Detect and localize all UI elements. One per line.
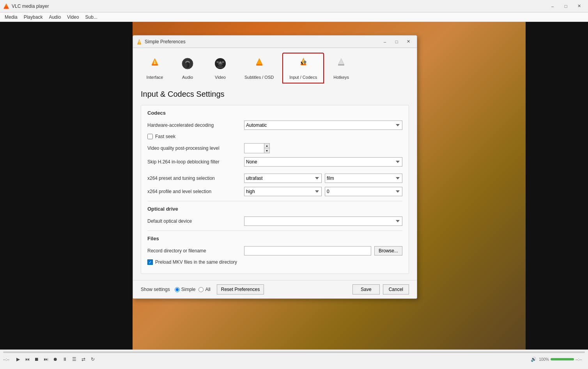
subtitles-icon <box>252 57 266 73</box>
vlc-volume-bar[interactable] <box>551 358 574 360</box>
tab-input-codecs[interactable]: Input / Codecs <box>282 53 324 83</box>
vlc-shuffle-button[interactable]: ⇄ <box>80 355 87 363</box>
audio-icon <box>181 57 195 73</box>
optical-device-select[interactable] <box>244 216 402 226</box>
x264-profile-label: x264 profile and level selection <box>147 189 241 194</box>
vlc-frame-button[interactable]: ⏸ <box>61 355 69 363</box>
vlc-stop-button[interactable]: ⏹ <box>33 355 41 363</box>
vlc-next-button[interactable]: ⏭ <box>42 355 50 363</box>
vlc-playlist-button[interactable]: ☰ <box>70 355 78 363</box>
video-quality-spinner[interactable]: 6 ▲ ▼ <box>244 143 270 153</box>
vlc-cone-icon <box>4 4 9 9</box>
vlc-loop-button[interactable]: ↻ <box>89 355 97 363</box>
dialog-maximize-button[interactable]: □ <box>391 38 402 46</box>
dialog-titlebar: Simple Preferences – □ ✕ <box>133 35 417 48</box>
video-quality-label: Video quality post-processing level <box>147 145 241 151</box>
files-section-label: Files <box>147 236 402 241</box>
all-radio-option[interactable]: All <box>198 287 210 292</box>
dialog-window-controls: – □ ✕ <box>379 38 414 46</box>
preload-mkv-row: ✓ Preload MKV files in the same director… <box>147 259 402 265</box>
optical-device-row: Default optical device <box>147 216 402 226</box>
dialog-icon <box>136 39 142 45</box>
tab-audio[interactable]: Audio <box>172 53 203 83</box>
all-radio-input[interactable] <box>198 287 204 292</box>
hardware-decoding-label: Hardware-accelerated decoding <box>147 122 241 128</box>
vlc-icon <box>3 3 9 9</box>
fast-seek-label: Fast seek <box>155 134 175 139</box>
tab-video[interactable]: Video <box>205 53 236 83</box>
svg-rect-30 <box>338 64 344 66</box>
cancel-button[interactable]: Cancel <box>383 284 409 294</box>
simple-radio-input[interactable] <box>175 287 180 292</box>
fast-seek-checkbox[interactable] <box>147 134 153 139</box>
hardware-decoding-row: Hardware-accelerated decoding Automatic … <box>147 121 402 130</box>
spacer1 <box>147 170 402 174</box>
tab-subtitles-osd[interactable]: Subtitles / OSD <box>237 53 281 83</box>
vlc-minimize-button[interactable]: – <box>547 2 558 10</box>
video-quality-up-btn[interactable]: ▲ <box>264 144 269 148</box>
x264-preset-select[interactable]: ultrafast superfast veryfast faster fast… <box>244 174 322 183</box>
vlc-window-controls: – □ ✕ <box>547 2 585 10</box>
tab-subtitles-label: Subtitles / OSD <box>244 75 274 80</box>
svg-point-14 <box>216 61 219 63</box>
vlc-close-button[interactable]: ✕ <box>573 2 585 10</box>
x264-level-select[interactable]: 0 1 2 3 4 5 <box>325 187 402 196</box>
tab-hotkeys[interactable]: Hotkeys <box>326 53 357 83</box>
x264-profile-select[interactable]: high high10 high422 high444 main baselin… <box>244 187 322 196</box>
vlc-maximize-button[interactable]: □ <box>560 2 572 10</box>
save-button[interactable]: Save <box>352 284 379 294</box>
input-codecs-icon <box>296 57 310 73</box>
vlc-time-left: --:-- <box>3 357 9 362</box>
codecs-section-label: Codecs <box>147 110 402 116</box>
record-dir-input[interactable] <box>244 246 371 255</box>
tab-bar: Interface Audio <box>133 48 417 83</box>
video-quality-input[interactable]: 6 <box>244 144 264 153</box>
vlc-volume-icon[interactable]: 🔊 <box>530 355 537 363</box>
menu-media[interactable]: Media <box>2 14 21 21</box>
settings-scroll-container[interactable]: Codecs Hardware-accelerated decoding Aut… <box>141 105 409 274</box>
vlc-seekbar[interactable] <box>3 351 585 353</box>
vlc-record-button[interactable]: ⏺ <box>51 355 59 363</box>
simple-radio-option[interactable]: Simple <box>175 287 196 292</box>
video-quality-down-btn[interactable]: ▼ <box>264 148 269 153</box>
preload-mkv-checkbox[interactable]: ✓ <box>147 259 153 265</box>
reset-preferences-button[interactable]: Reset Preferences <box>217 284 264 294</box>
browse-button[interactable]: Browse... <box>374 246 402 255</box>
vlc-titlebar: VLC media player – □ ✕ <box>0 0 588 12</box>
svg-point-24 <box>303 63 304 64</box>
x264-tuning-select[interactable]: film animation grain stillimage psnr ssi… <box>325 174 402 183</box>
vlc-play-button[interactable]: ▶ <box>14 355 22 363</box>
tab-interface-label: Interface <box>147 75 163 80</box>
vlc-prev-button[interactable]: ⏮ <box>23 355 31 363</box>
svg-rect-25 <box>301 64 306 65</box>
svg-rect-8 <box>152 64 158 66</box>
skip-h264-row: Skip H.264 in-loop deblocking filter Non… <box>147 157 402 167</box>
menu-playback[interactable]: Playback <box>21 14 46 21</box>
all-radio-label: All <box>205 287 210 292</box>
menu-video[interactable]: Video <box>64 14 82 21</box>
svg-point-3 <box>139 43 140 44</box>
x264-preset-row: x264 preset and tuning selection ultrafa… <box>147 174 402 183</box>
dialog-minimize-button[interactable]: – <box>379 38 390 46</box>
optical-device-label: Default optical device <box>147 218 241 224</box>
skip-h264-select[interactable]: None Non-ref Bidir Non-key All <box>244 157 402 167</box>
svg-point-7 <box>154 63 156 64</box>
svg-rect-16 <box>217 67 223 67</box>
vlc-buttons-row: --:-- ▶ ⏮ ⏹ ⏭ ⏺ ⏸ ☰ ⇄ ↻ 🔊 100% --:-- <box>3 355 585 363</box>
vlc-menubar: Media Playback Audio Video Sub... <box>0 12 588 22</box>
menu-subtitles[interactable]: Sub... <box>82 14 101 21</box>
dialog-content: Input & Codecs Settings Codecs Hardware-… <box>133 83 417 280</box>
vlc-volume-fill <box>551 358 574 360</box>
dialog-close-button[interactable]: ✕ <box>403 38 414 46</box>
tab-video-label: Video <box>215 75 226 80</box>
simple-radio-label: Simple <box>181 287 196 292</box>
hotkeys-icon <box>334 57 348 73</box>
tab-audio-label: Audio <box>182 75 193 80</box>
svg-rect-20 <box>256 64 262 66</box>
vlc-volume-percent: 100% <box>539 357 549 362</box>
tab-interface[interactable]: Interface <box>139 53 170 83</box>
record-dir-row: Record directory or filename Browse... <box>147 246 402 255</box>
hardware-decoding-select[interactable]: Automatic Direct3D11 Direct3D9 DXVA2 Non… <box>244 121 402 130</box>
menu-audio[interactable]: Audio <box>46 14 64 21</box>
settings-panel: Codecs Hardware-accelerated decoding Aut… <box>141 105 409 274</box>
